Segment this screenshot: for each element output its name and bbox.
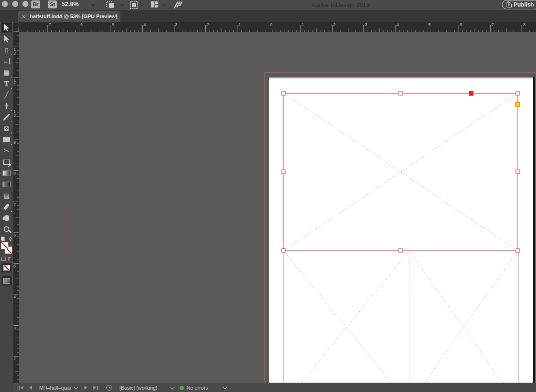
handle-bottom-right[interactable] [516, 249, 520, 252]
next-page-button[interactable] [84, 383, 87, 392]
document-canvas[interactable] [19, 32, 536, 383]
handle-filled-red[interactable] [469, 91, 473, 96]
window-close-button[interactable] [2, 1, 8, 7]
view-options-chevron-icon[interactable] [120, 2, 125, 7]
publish-button[interactable]: Publish [502, 0, 536, 9]
zoom-level-chevron-icon[interactable] [91, 2, 96, 7]
h-ruler-number: 6 [460, 22, 462, 27]
v-ruler-number: 4 [14, 295, 16, 299]
gradient-swatch-tool[interactable] [0, 168, 13, 179]
default-fill-stroke-icon[interactable] [1, 237, 5, 241]
lower-right-frame[interactable] [409, 251, 518, 383]
error-status[interactable]: No errors [187, 383, 208, 392]
rectangle-frame-tool[interactable]: ⊠ [0, 123, 13, 134]
selection-tool[interactable] [0, 22, 13, 33]
gradient-feather-tool[interactable] [0, 179, 13, 190]
handle-bottom-mid[interactable] [399, 249, 403, 252]
eyedropper-tool-icon [3, 203, 10, 210]
v-ruler-number: 6 [14, 233, 16, 237]
arrange-documents-icon[interactable] [151, 1, 159, 7]
direct-selection-tool-icon [4, 35, 9, 42]
line-tool[interactable]: ╱ [0, 89, 13, 100]
rectangle-frame-tool-icon: ⊠ [4, 125, 9, 132]
first-page-button[interactable] [19, 383, 23, 392]
lower-left-frame[interactable] [284, 251, 409, 383]
type-tool-icon: T [4, 80, 9, 87]
apply-none-button[interactable] [1, 263, 13, 273]
gradient-swatch-tool-icon [2, 170, 11, 176]
line-tool-icon: ╱ [5, 91, 8, 98]
screen-mode-icon[interactable] [130, 1, 138, 9]
preflight-profile-chevron-icon[interactable] [169, 383, 174, 392]
horizontal-ruler[interactable]: 7654321012345678 [19, 22, 536, 32]
previous-page-button[interactable] [29, 383, 32, 392]
page-tool-icon: ▯ [5, 47, 8, 53]
vertical-ruler[interactable]: 12111098765432 [13, 32, 19, 383]
selected-image-frame[interactable] [284, 93, 518, 251]
arrange-documents-chevron-icon[interactable] [161, 2, 166, 7]
formatting-affects-text-icon[interactable]: T [7, 256, 10, 261]
frame-diagonal [284, 93, 518, 251]
eyedropper-tool[interactable] [0, 201, 13, 212]
handle-top-right[interactable] [516, 91, 520, 95]
preflight-icon[interactable] [106, 383, 112, 392]
ruler-origin-corner[interactable] [13, 22, 19, 32]
fill-stroke-proxy[interactable] [1, 242, 12, 254]
swap-fill-stroke-icon[interactable]: ⇄ [7, 236, 14, 242]
gap-tool-icon: ↔ [3, 58, 10, 64]
v-ruler-number: 7 [14, 203, 16, 206]
free-transform-tool[interactable] [0, 156, 13, 168]
tools-panel: ▯↔▦T╱⊠✂▤ ⇄ T [0, 22, 14, 392]
h-ruler-number: 7 [49, 22, 51, 27]
view-options-icon[interactable] [106, 1, 114, 8]
hand-tool[interactable] [0, 212, 13, 224]
last-page-button[interactable] [93, 383, 98, 392]
handle-mid-right[interactable] [516, 170, 520, 174]
screen-mode-chevron-icon[interactable] [140, 2, 145, 7]
handle-top-left[interactable] [282, 91, 285, 95]
error-status-chevron-icon[interactable] [222, 383, 227, 392]
h-ruler-number: 2 [334, 22, 336, 27]
scissors-tool[interactable]: ✂ [0, 145, 13, 156]
window-minimize-button[interactable] [12, 1, 18, 7]
stock-button[interactable]: St [48, 0, 57, 8]
color-controls: ⇄ T [0, 237, 13, 311]
gradient-feather-tool-icon [2, 182, 11, 187]
direct-selection-tool[interactable] [0, 33, 13, 44]
zoom-tool[interactable] [0, 224, 13, 235]
gpu-performance-icon[interactable] [174, 1, 182, 9]
preflight-profile[interactable]: [Basic] (working) [119, 383, 157, 392]
formatting-affects-container-icon[interactable] [1, 257, 6, 261]
window-zoom-button[interactable] [22, 1, 28, 7]
corner-edit-yellow-handle[interactable] [515, 102, 520, 106]
indesign-window: Br St 52.8% Adobe InDesign 2019 Publish … [0, 0, 536, 392]
page-name: MH–half–quaı [39, 385, 71, 391]
tool-list: ▯↔▦T╱⊠✂▤ [0, 22, 13, 235]
pen-tool[interactable] [0, 100, 13, 112]
tab-close-icon[interactable]: × [22, 11, 26, 22]
tab-title: halfstuff.indd @ 53% [GPU Preview] [30, 11, 117, 22]
handle-mid-left[interactable] [282, 170, 285, 174]
page-select-dropdown[interactable]: MH–half–quaı [39, 383, 77, 392]
note-tool[interactable]: ▤ [0, 190, 13, 201]
rectangle-tool[interactable] [0, 134, 13, 145]
frame-diagonal [284, 251, 409, 383]
page-tool[interactable]: ▯ [0, 44, 13, 56]
bridge-button[interactable]: Br [31, 0, 40, 8]
screen-mode-button[interactable] [1, 276, 13, 286]
scissors-tool-icon: ✂ [4, 147, 9, 154]
fill-swatch-none[interactable] [1, 242, 8, 249]
handle-top-mid[interactable] [399, 91, 403, 95]
h-ruler-number: 5 [428, 22, 431, 27]
document-tab[interactable]: × halfstuff.indd @ 53% [GPU Preview] [18, 11, 120, 22]
zoom-level-field[interactable]: 52.8% [62, 0, 79, 7]
selection-handles[interactable] [282, 91, 520, 252]
handle-bottom-left[interactable] [282, 249, 285, 252]
gap-tool[interactable]: ↔ [0, 56, 13, 67]
pencil-tool[interactable] [0, 112, 13, 123]
frame-edge[interactable] [284, 93, 518, 251]
content-collector-tool[interactable]: ▦ [0, 67, 13, 78]
type-tool[interactable]: T [0, 78, 13, 89]
v-ruler-number: 3 [14, 326, 16, 330]
h-ruler-number: 3 [175, 22, 178, 27]
